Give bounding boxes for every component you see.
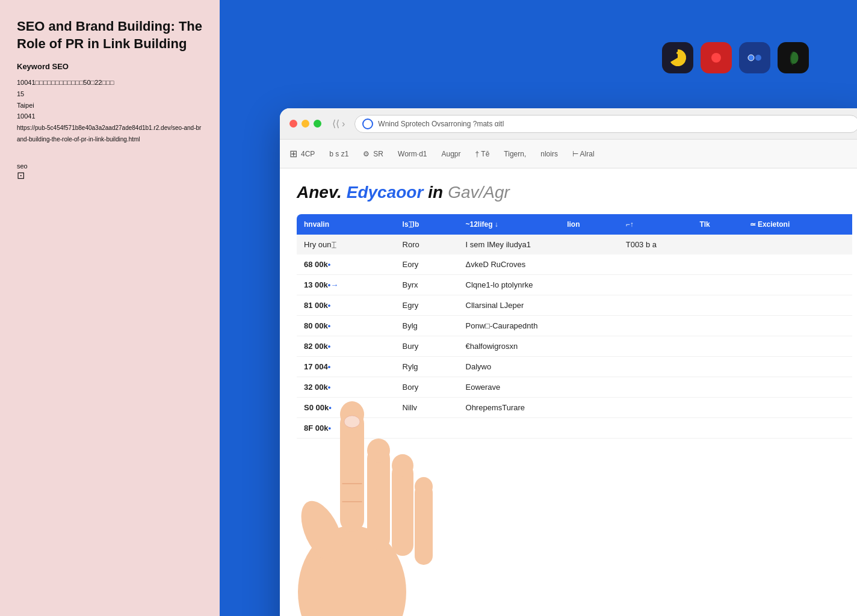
sidebar: SEO and Brand Building: The Role of PR i… <box>0 0 220 616</box>
dot-icon: • <box>328 342 331 351</box>
tab-te[interactable]: † Tē <box>475 150 490 163</box>
tab-augpr[interactable]: Augpr <box>442 150 461 163</box>
cell-num: 80 00k• <box>297 316 395 336</box>
svg-point-11 <box>392 454 413 477</box>
blue-app-icon[interactable] <box>739 42 770 73</box>
tab-label-nloirs: nloirs <box>540 150 558 158</box>
col-lstb: ls⌶lb <box>395 214 459 235</box>
title-part1: Anev. <box>297 183 342 202</box>
cell-code: Bury <box>395 336 459 357</box>
tab-worm[interactable]: Worm·d1 <box>398 150 427 163</box>
tab-sr[interactable]: ⚙ SR <box>363 150 383 163</box>
maximize-button[interactable] <box>314 120 321 128</box>
tab-alral[interactable]: ⊢ Alral <box>572 150 595 163</box>
tab-label-tigern: Tigern, <box>504 150 526 158</box>
cell-desc: Cllarsinal LJeper <box>459 295 852 316</box>
tag-section: seo ⊡ <box>17 162 203 181</box>
minimize-button[interactable] <box>302 120 309 128</box>
col-tlk: Tlk <box>692 214 742 235</box>
dot-icon: • <box>328 424 331 433</box>
keyword-label: Keyword SEO <box>17 62 203 71</box>
cell-desc: OhrepemsTurare <box>459 398 852 418</box>
svg-point-3 <box>755 55 761 61</box>
cell-desc: Eowerave <box>459 377 852 398</box>
dark-leaf-icon[interactable] <box>778 42 809 73</box>
address-bar[interactable]: Wnind Sprotech Ovsarroning ?mats αitl <box>354 115 857 133</box>
main-area: ⟨⟨ › Wnind Sprotech Ovsarroning ?mats αi… <box>220 0 857 616</box>
cell-code: Bylg <box>395 316 459 336</box>
col-excietoni: ≃ Excietoni <box>743 214 852 235</box>
table-row: 32 00k• Bory Eowerave <box>297 377 852 398</box>
cell-code: Egry <box>395 295 459 316</box>
traffic-lights <box>289 120 321 128</box>
table-row: 82 00k• Bury €halfowigrosxn <box>297 336 852 357</box>
meta-line2: 15 <box>17 90 24 97</box>
app-icons-row <box>662 42 809 73</box>
cell-code: Byrx <box>395 275 459 295</box>
cell-num: 8F 00k• <box>297 418 395 439</box>
address-text: Wnind Sprotech Ovsarroning ?mats αitl <box>378 120 504 128</box>
col-lion: lion <box>560 214 619 235</box>
tab-nloirs[interactable]: nloirs <box>540 150 558 163</box>
sidebar-meta: 10041□□□□□□□□□□□□50□22□□□ 15 Taipei 1004… <box>17 77 203 144</box>
cell-code <box>395 418 459 439</box>
cell-num: S0 00k• <box>297 398 395 418</box>
meta-line1: 10041□□□□□□□□□□□□50□22□□□ <box>17 79 114 86</box>
sub-hryoun: Hry oun⌶ <box>297 235 395 254</box>
tag-label: seo <box>17 162 28 170</box>
nav-buttons: ⟨⟨ › <box>332 118 345 129</box>
dot-icon: • <box>328 301 331 310</box>
tab-bsz1[interactable]: b s z1 <box>329 150 348 163</box>
tab-label-te: † Tē <box>475 150 490 158</box>
browser-content: Anev. Edycaoor in Gav/Agr hnvalin ls⌶lb … <box>280 168 857 453</box>
tab-label-sr: SR <box>373 150 383 158</box>
sub-t003: T003 b a <box>619 235 852 254</box>
tab-4cp[interactable]: ⊞ 4CP <box>289 148 315 164</box>
cell-code: Bory <box>395 377 459 398</box>
svg-rect-8 <box>367 448 390 550</box>
cell-num: 13 00k•→ <box>297 275 395 295</box>
dot-icon: • <box>328 321 331 330</box>
tab-label-alral: ⊢ Alral <box>572 150 595 158</box>
table-row: 8F 00k• <box>297 418 852 439</box>
table-subheader-row: Hry oun⌶ Roro I sem IMey iludya1 T003 b … <box>297 235 852 254</box>
meta-postal: 10041 <box>17 112 36 120</box>
col-hnvalin: hnvalin <box>297 214 395 235</box>
cell-num: 82 00k• <box>297 336 395 357</box>
tab-icon-4cp: ⊞ <box>289 148 297 159</box>
svg-point-0 <box>676 52 679 54</box>
back-icon[interactable]: ⟨⟨ <box>332 118 339 129</box>
svg-point-14 <box>292 494 351 568</box>
svg-point-5 <box>298 526 406 616</box>
cell-code: Rylg <box>395 357 459 377</box>
tab-tigern[interactable]: Tigern, <box>504 150 526 163</box>
table-row: 81 00k• Egry Cllarsinal LJeper <box>297 295 852 316</box>
col-arrow: ⌐↑ <box>619 214 663 235</box>
title-part4: Gav/Agr <box>448 183 510 202</box>
tab-label-augpr: Augpr <box>442 150 461 158</box>
svg-point-1 <box>711 53 721 63</box>
title-part3: in <box>428 183 443 202</box>
table-row: 68 00k• Eory ΔvkeD RuCroves <box>297 254 852 275</box>
cell-desc: Clqne1-lo ptolynrke <box>459 275 852 295</box>
cell-num: 17 004• <box>297 357 395 377</box>
cell-num: 32 00k• <box>297 377 395 398</box>
tab-icon-sr: ⚙ <box>363 150 370 158</box>
data-table: hnvalin ls⌶lb ~12lifeg ↓ lion ⌐↑ Tlk ≃ E… <box>297 214 852 439</box>
tab-label-worm: Worm·d1 <box>398 150 427 158</box>
dot-icon: • <box>329 403 332 412</box>
browser-window: ⟨⟨ › Wnind Sprotech Ovsarroning ?mats αi… <box>280 108 857 616</box>
cell-desc: Ponw□-Caurapednth <box>459 316 852 336</box>
red-circle-icon[interactable] <box>701 42 732 73</box>
svg-rect-12 <box>415 484 433 565</box>
cell-num: 68 00k• <box>297 254 395 275</box>
table-header-row: hnvalin ls⌶lb ~12lifeg ↓ lion ⌐↑ Tlk ≃ E… <box>297 214 852 235</box>
pac-man-icon[interactable] <box>662 42 693 73</box>
browser-titlebar: ⟨⟨ › Wnind Sprotech Ovsarroning ?mats αi… <box>280 108 857 140</box>
tag-icon: ⊡ <box>17 170 25 180</box>
forward-icon[interactable]: › <box>342 119 345 129</box>
col-blank <box>663 214 692 235</box>
svg-rect-10 <box>392 463 413 556</box>
svg-point-13 <box>415 477 433 496</box>
close-button[interactable] <box>289 120 297 128</box>
